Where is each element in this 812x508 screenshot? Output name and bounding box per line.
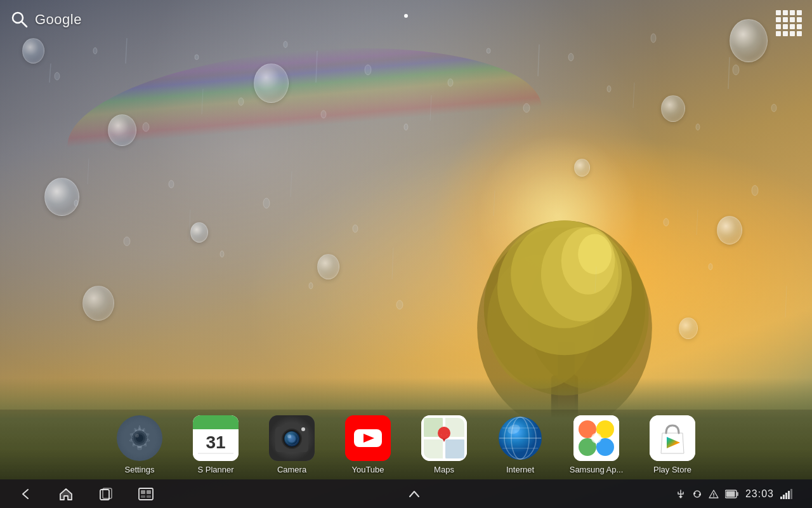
page-dots xyxy=(404,14,408,18)
svg-point-99 xyxy=(591,433,601,443)
google-search-label: Google xyxy=(35,11,82,28)
grid-dot xyxy=(797,10,802,15)
samsung-apps-icon xyxy=(573,415,619,461)
grid-dot xyxy=(797,17,802,22)
grid-dot xyxy=(776,31,781,36)
time-display: 23:03 xyxy=(745,488,774,500)
grid-dot xyxy=(790,24,795,29)
svg-rect-108 xyxy=(147,495,151,498)
nav-center xyxy=(407,487,421,501)
youtube-icon xyxy=(345,415,391,461)
svg-rect-120 xyxy=(785,493,787,499)
grid-dot xyxy=(797,24,802,29)
play-store-icon xyxy=(650,415,695,461)
maps-app[interactable]: Maps xyxy=(416,415,473,474)
all-apps-button[interactable] xyxy=(773,8,804,39)
grid-dot xyxy=(783,24,788,29)
svg-point-109 xyxy=(679,496,681,498)
camera-icon xyxy=(269,415,315,461)
svg-rect-65 xyxy=(193,424,239,429)
svg-rect-118 xyxy=(780,497,782,499)
warning-icon xyxy=(709,489,719,499)
internet-label: Internet xyxy=(506,465,534,474)
svg-text:31: 31 xyxy=(206,432,225,452)
grid-dot xyxy=(790,17,795,22)
svg-point-114 xyxy=(713,496,714,497)
nav-left-buttons xyxy=(19,486,154,502)
back-button[interactable] xyxy=(19,487,33,501)
search-bar[interactable]: Google xyxy=(10,10,82,30)
grid-dot xyxy=(776,24,781,29)
svg-rect-121 xyxy=(788,491,790,499)
camera-label: Camera xyxy=(277,465,306,474)
svg-rect-106 xyxy=(147,490,151,494)
grid-dot xyxy=(783,17,788,22)
svg-rect-105 xyxy=(141,490,145,494)
sync-icon xyxy=(692,489,702,499)
signal-bars xyxy=(780,489,793,499)
samsung-apps-app[interactable]: Samsung Ap... xyxy=(568,415,625,474)
svg-point-74 xyxy=(287,434,291,438)
svg-line-57 xyxy=(22,22,27,27)
grid-dot xyxy=(776,10,781,15)
settings-label: Settings xyxy=(125,465,155,474)
svg-rect-116 xyxy=(726,491,735,497)
internet-app[interactable]: Internet xyxy=(492,415,549,474)
s-planner-label: S Planner xyxy=(197,465,233,474)
svg-rect-117 xyxy=(737,492,738,496)
dock: Settings 31 S Planner xyxy=(0,410,812,479)
youtube-app[interactable]: YouTube xyxy=(339,415,396,474)
grid-dot xyxy=(797,31,802,36)
grid-dot xyxy=(783,31,788,36)
svg-rect-84 xyxy=(445,439,464,458)
svg-point-75 xyxy=(301,427,305,431)
nav-right-status: 23:03 xyxy=(676,488,793,500)
youtube-label: YouTube xyxy=(351,465,384,474)
maps-label: Maps xyxy=(434,465,454,474)
grid-dot xyxy=(790,10,795,15)
recents-button[interactable] xyxy=(99,487,113,501)
svg-rect-119 xyxy=(783,495,785,499)
camera-app[interactable]: Camera xyxy=(263,415,320,474)
s-planner-app[interactable]: 31 S Planner xyxy=(187,415,244,474)
battery-icon xyxy=(725,489,739,499)
svg-rect-104 xyxy=(139,488,153,500)
navigation-bar: 23:03 xyxy=(0,479,812,508)
settings-app[interactable]: Settings xyxy=(111,415,168,474)
svg-point-10 xyxy=(578,234,612,274)
usb-icon xyxy=(676,489,686,499)
maps-icon xyxy=(421,415,467,461)
svg-rect-122 xyxy=(790,489,792,499)
search-icon xyxy=(10,10,30,30)
home-button[interactable] xyxy=(58,486,74,502)
samsung-apps-label: Samsung Ap... xyxy=(570,465,624,474)
up-arrow-button[interactable] xyxy=(407,487,421,501)
play-store-app[interactable]: Play Store xyxy=(644,415,701,474)
settings-icon xyxy=(117,415,162,461)
screenshot-button[interactable] xyxy=(138,486,154,502)
grid-dot xyxy=(783,10,788,15)
page-dot-active xyxy=(404,14,408,18)
s-planner-icon: 31 xyxy=(193,415,239,461)
internet-icon xyxy=(497,415,543,461)
play-store-label: Play Store xyxy=(653,465,691,474)
grid-dot xyxy=(790,31,795,36)
svg-point-62 xyxy=(135,434,139,438)
grid-dot xyxy=(776,17,781,22)
svg-rect-107 xyxy=(141,495,145,498)
